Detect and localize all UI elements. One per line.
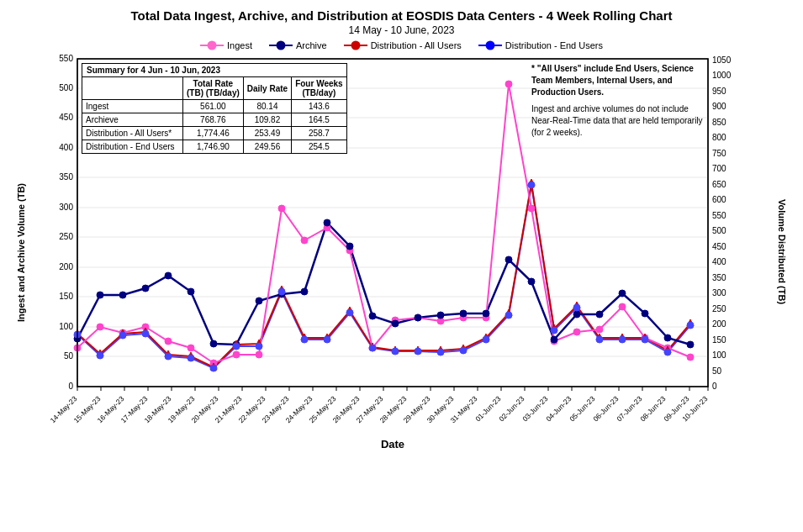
svg-text:750: 750 [712, 149, 726, 158]
svg-point-148 [460, 310, 467, 317]
svg-point-134 [142, 285, 149, 292]
svg-text:250: 250 [712, 304, 726, 313]
chart-inner: 0 50 100 150 200 250 300 350 400 450 500… [31, 55, 772, 450]
svg-point-113 [301, 237, 308, 244]
svg-point-132 [97, 292, 103, 298]
archive-line-icon [269, 45, 293, 46]
ingest-line-icon [200, 45, 224, 46]
svg-point-191 [165, 353, 172, 360]
svg-text:350: 350 [712, 273, 726, 282]
svg-text:550: 550 [59, 55, 73, 63]
legend-ingest: Ingest [200, 40, 252, 50]
svg-point-193 [210, 365, 217, 371]
svg-text:300: 300 [59, 203, 73, 212]
svg-point-196 [278, 288, 285, 295]
x-axis-label: Date [381, 438, 404, 450]
svg-point-194 [233, 343, 240, 350]
svg-point-145 [392, 320, 399, 327]
all-users-note: * "All Users" include End Users, Science… [531, 63, 704, 98]
svg-text:400: 400 [59, 143, 73, 152]
svg-point-111 [256, 351, 262, 358]
svg-point-150 [505, 256, 512, 263]
y-axis-left-label: Ingest and Archive Volume (TB) [13, 55, 29, 450]
svg-point-198 [324, 336, 330, 343]
svg-point-204 [460, 347, 467, 354]
svg-point-112 [278, 205, 285, 212]
svg-text:50: 50 [712, 366, 722, 376]
svg-point-210 [596, 336, 603, 343]
svg-point-192 [188, 355, 194, 361]
svg-text:200: 200 [712, 319, 726, 329]
svg-text:1050: 1050 [712, 55, 732, 65]
svg-point-188 [97, 352, 103, 359]
svg-point-205 [483, 336, 489, 343]
svg-point-200 [369, 345, 376, 351]
svg-text:550: 550 [712, 211, 726, 220]
svg-point-202 [415, 348, 421, 355]
svg-point-110 [233, 351, 240, 358]
svg-point-203 [437, 349, 444, 356]
svg-point-158 [687, 341, 694, 348]
svg-point-151 [528, 278, 535, 285]
svg-point-190 [142, 330, 149, 337]
svg-point-189 [119, 332, 126, 339]
svg-point-130 [687, 354, 694, 361]
svg-text:150: 150 [59, 292, 73, 301]
svg-point-142 [324, 219, 330, 226]
chart-area: Ingest and Archive Volume (TB) [13, 55, 790, 450]
legend-archive: Archive [269, 40, 327, 50]
svg-point-153 [573, 311, 580, 318]
main-chart: 0 50 100 150 200 250 300 350 400 450 500… [31, 55, 771, 450]
svg-point-141 [301, 288, 308, 295]
svg-text:500: 500 [712, 226, 726, 235]
svg-text:1000: 1000 [712, 71, 732, 80]
svg-point-209 [573, 304, 580, 311]
svg-point-147 [437, 312, 444, 319]
svg-text:400: 400 [712, 257, 726, 266]
svg-point-212 [642, 336, 648, 343]
chart-subtitle: 14 May - 10 June, 2023 [13, 24, 790, 36]
svg-text:100: 100 [59, 322, 73, 331]
svg-point-133 [119, 292, 126, 298]
svg-point-155 [619, 290, 626, 297]
svg-point-136 [188, 288, 194, 295]
legend: Ingest Archive Distribution - All Users … [13, 40, 790, 50]
chart-container: Total Data Ingest, Archive, and Distribu… [0, 0, 803, 532]
svg-point-108 [188, 345, 194, 351]
svg-point-206 [505, 312, 512, 319]
svg-point-157 [664, 334, 671, 341]
svg-point-144 [369, 313, 376, 319]
svg-text:600: 600 [712, 195, 726, 204]
svg-point-207 [528, 182, 535, 188]
svg-point-195 [256, 343, 262, 350]
end-users-line-icon [478, 45, 502, 46]
svg-text:950: 950 [712, 87, 726, 96]
svg-point-123 [528, 205, 535, 212]
chart-title: Total Data Ingest, Archive, and Distribu… [13, 8, 790, 23]
svg-text:450: 450 [712, 242, 726, 251]
svg-point-197 [301, 336, 308, 343]
svg-text:350: 350 [59, 172, 73, 182]
svg-point-143 [346, 243, 353, 250]
svg-point-127 [619, 303, 626, 310]
svg-point-199 [346, 309, 353, 316]
svg-point-152 [551, 336, 557, 343]
svg-point-156 [642, 310, 648, 317]
svg-point-149 [483, 310, 489, 317]
svg-text:150: 150 [712, 335, 726, 345]
svg-text:800: 800 [712, 133, 726, 142]
svg-text:0: 0 [68, 382, 73, 391]
svg-text:450: 450 [59, 113, 73, 122]
archive-note: Ingest and archive volumes do not includ… [531, 103, 704, 139]
svg-point-211 [619, 336, 626, 343]
svg-text:300: 300 [712, 288, 726, 298]
summary-header: Summary for 4 Jun - 10 Jun, 2023 [82, 64, 347, 77]
svg-point-107 [165, 338, 172, 345]
legend-all-users: Distribution - All Users [344, 40, 462, 50]
svg-text:200: 200 [59, 262, 73, 271]
svg-point-213 [664, 349, 671, 356]
legend-end-users: Distribution - End Users [478, 40, 603, 50]
svg-point-208 [551, 327, 557, 334]
svg-point-146 [415, 314, 421, 321]
svg-point-137 [210, 340, 217, 347]
